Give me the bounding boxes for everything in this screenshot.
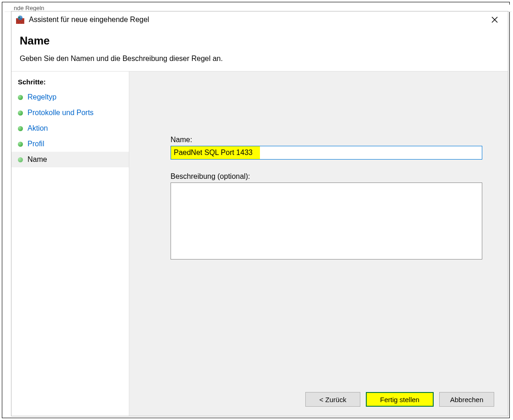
step-name[interactable]: Name	[11, 152, 129, 167]
step-bullet-icon	[18, 126, 23, 131]
description-field-label: Beschreibung (optional):	[171, 172, 482, 181]
main-panel: Name: Beschreibung (optional): < Zurück …	[129, 72, 508, 416]
step-label: Aktion	[28, 124, 48, 133]
name-input[interactable]	[171, 146, 482, 160]
firewall-icon	[16, 16, 24, 24]
page-title: Name	[20, 34, 500, 47]
wizard-dialog: Assistent für neue eingehende Regel Name…	[11, 11, 508, 416]
step-profil[interactable]: Profil	[11, 136, 129, 152]
step-label: Protokolle und Ports	[28, 109, 94, 117]
button-row: < Zurück Fertig stellen Abbrechen	[305, 392, 494, 407]
step-label: Name	[28, 155, 47, 164]
svg-point-9	[18, 17, 20, 18]
step-protokolle[interactable]: Protokolle und Ports	[11, 105, 129, 121]
step-bullet-icon	[18, 157, 23, 162]
step-bullet-icon	[18, 142, 23, 147]
close-button[interactable]	[484, 12, 505, 28]
cancel-button[interactable]: Abbrechen	[439, 392, 494, 407]
name-field-label: Name:	[171, 136, 482, 144]
svg-rect-4	[17, 20, 20, 22]
step-label: Regeltyp	[28, 93, 56, 101]
header-band: Name Geben Sie den Namen und die Beschre…	[11, 28, 508, 72]
close-icon	[491, 17, 498, 23]
description-textarea[interactable]	[171, 182, 482, 260]
bg-fragment-text: nde Regeln	[14, 5, 44, 11]
step-bullet-icon	[18, 111, 23, 116]
svg-rect-7	[19, 22, 22, 24]
page-subtitle: Geben Sie den Namen und die Beschreibung…	[20, 55, 500, 63]
titlebar: Assistent für neue eingehende Regel	[11, 11, 508, 28]
step-label: Profil	[28, 140, 44, 148]
svg-rect-6	[16, 22, 19, 24]
step-regeltyp[interactable]: Regeltyp	[11, 89, 129, 105]
steps-heading: Schritte:	[11, 76, 129, 89]
steps-sidebar: Schritte: Regeltyp Protokolle und Ports …	[11, 72, 129, 416]
svg-rect-5	[20, 20, 23, 22]
step-bullet-icon	[18, 95, 23, 100]
step-aktion[interactable]: Aktion	[11, 121, 129, 136]
dialog-title: Assistent für neue eingehende Regel	[29, 16, 484, 24]
back-button[interactable]: < Zurück	[305, 392, 360, 407]
finish-button[interactable]: Fertig stellen	[366, 392, 434, 407]
